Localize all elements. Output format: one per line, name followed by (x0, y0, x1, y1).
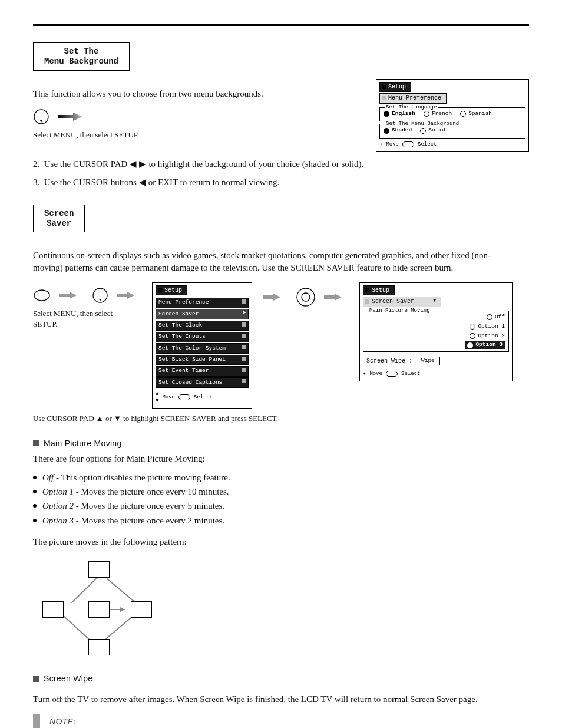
osd-item-menu-preference: Menu Preference (156, 298, 249, 308)
svg-text:▼: ▼ (98, 298, 103, 302)
osd-item-screen-saver: Screen Saver▶ (156, 309, 249, 319)
moving-options-list: Off - This option disables the picture m… (33, 472, 529, 526)
menu-button-icon (33, 289, 51, 302)
osd-item-set-inputs: Set The Inputs (156, 332, 249, 342)
section-title-box-bg: Set The Menu Background (33, 42, 130, 71)
osd-item-set-closed-captions: Set Closed Captions (156, 377, 249, 388)
arrow-right-icon (59, 291, 84, 299)
dpad-icon: ✦ (379, 141, 382, 148)
osd-tab-setup: Setup (379, 82, 411, 93)
osd-group-language: Set The Language English French Spanish (379, 107, 525, 122)
osd-tab-screen-saver: Screen Saver▼ (363, 297, 441, 307)
cursor-pad-select-icon (296, 287, 316, 307)
svg-marker-11 (324, 294, 342, 301)
heading-main-picture-moving: Main Picture Moving: (33, 438, 529, 449)
arrow-right-icon (117, 291, 141, 299)
cursor-pad-icon: ▼ (92, 287, 108, 304)
ss-caption-mid: Use CURSOR PAD ▲ or ▼ to highlight SCREE… (33, 413, 529, 424)
osd-hint-bar: ✦ Move Select (379, 141, 525, 148)
svg-point-3 (34, 290, 49, 301)
osd-item-set-black-side-panel: Set Black Side Panel (156, 355, 249, 365)
svg-point-10 (302, 293, 310, 301)
osd-item-set-event-timer: Set Event Timer (156, 366, 249, 377)
osd-lang-spanish: Spanish (460, 110, 492, 118)
square-bullet-icon (33, 440, 39, 446)
updown-icon: ▲▼ (156, 390, 158, 404)
select-button-icon (178, 394, 190, 400)
bullet-icon (33, 504, 37, 508)
svg-line-16 (104, 615, 134, 640)
section-menu-background: Set The Menu Background This function al… (33, 42, 529, 188)
osd-screen-saver: Setup Screen Saver▼ Main Picture Moving … (359, 282, 513, 381)
ss-title-line1: Screen (44, 209, 74, 219)
svg-text:▼: ▼ (39, 119, 44, 124)
osd-screen-wipe-row: Screen Wipe : Wipe (366, 357, 505, 365)
svg-line-12 (72, 577, 98, 602)
osd-hint-bar: ✦ Move Select (363, 370, 509, 377)
ss-caption-left: Select MENU, then select SETUP. (33, 308, 127, 329)
note-block: NOTE: Use of the Screen saver may help t… (33, 714, 497, 728)
osd-opt-3: Option 3 (465, 341, 505, 349)
osd-lang-french: French (424, 110, 452, 118)
osd-item-set-color-system: Set The Color System (156, 343, 249, 354)
bullet-icon (33, 490, 37, 493)
svg-marker-2 (58, 113, 82, 121)
bg-step3: 3. Use the CURSOR buttons ◀ or EXIT to r… (33, 176, 529, 188)
osd-lang-english: English (384, 110, 415, 118)
osd-hint-bar: ▲▼ Move Select (156, 390, 249, 404)
diagram-box-bottom (88, 639, 110, 655)
bg-caption1: Select MENU, then select SETUP. (33, 130, 362, 140)
select-button-icon (402, 141, 414, 147)
screen-wipe-text: Turn off the TV to remove after images. … (33, 693, 516, 705)
top-rule (33, 24, 529, 26)
svg-line-17 (64, 617, 91, 641)
svg-marker-7 (117, 292, 134, 299)
section-title-box-ss: Screen Saver (33, 205, 85, 233)
arrow-right-icon (324, 293, 349, 301)
osd-tab-menu-pref: Menu Preference (379, 93, 447, 104)
osd-main-picture-moving: Main Picture Moving Off Option 1 Option … (363, 311, 509, 352)
square-bullet-icon (33, 676, 39, 682)
osd-wipe-button: Wipe (416, 357, 440, 365)
svg-marker-4 (59, 292, 77, 299)
movement-pattern-diagram (37, 556, 160, 663)
diagram-box-center (88, 601, 110, 618)
osd-bg-solid: Solid (420, 127, 445, 134)
svg-marker-15 (120, 607, 125, 612)
osd-tab-setup: Setup (156, 285, 187, 296)
osd-bg-shaded: Shaded (384, 127, 412, 134)
cursor-pad-icon: ▼ (33, 108, 49, 125)
osd-opt-1: Option 1 (470, 323, 505, 331)
select-button-icon (386, 371, 398, 377)
diagram-box-top (88, 561, 110, 578)
bg-step2: 2. Use the CURSOR PAD ◀ ▶ to highlight t… (33, 158, 529, 170)
svg-point-9 (297, 288, 315, 306)
osd-opt-2: Option 2 (470, 332, 505, 340)
section-screen-saver: Screen Saver Continuous on-screen displa… (33, 205, 529, 728)
osd-item-set-clock: Set The Clock (156, 321, 249, 331)
dpad-icon: ✦ (363, 370, 366, 377)
moving-post: The picture moves in the following patte… (33, 536, 529, 548)
bg-title-line2: Menu Background (44, 57, 118, 67)
osd-setup-list: Setup Menu Preference Screen Saver▶ Set … (152, 282, 252, 409)
svg-marker-8 (263, 294, 280, 301)
remote-step-row: ▼ (33, 108, 362, 125)
svg-line-18 (107, 579, 137, 604)
bg-intro: This function allows you to choose from … (33, 88, 362, 100)
bg-title-line1: Set The (44, 47, 118, 57)
osd-tab-setup: Setup (363, 285, 395, 296)
diagram-box-right (131, 601, 152, 618)
bullet-icon (33, 519, 37, 522)
note-label: NOTE: (49, 716, 497, 727)
bullet-icon (33, 476, 37, 479)
osd-menu-preference: Setup Menu Preference Set The Language E… (376, 79, 529, 153)
ss-title-line2: Saver (44, 219, 74, 229)
arrow-right-icon (58, 111, 82, 122)
diagram-box-left (42, 601, 64, 618)
heading-screen-wipe: Screen Wipe: (33, 673, 529, 684)
moving-intro: There are four options for Main Picture … (33, 453, 529, 465)
osd-opt-off: Off (487, 314, 505, 321)
ss-intro: Continuous on-screen displays such as vi… (33, 249, 516, 274)
arrow-right-icon (263, 293, 287, 301)
osd-group-background: Set The Menu Background Shaded Solid (379, 124, 525, 139)
